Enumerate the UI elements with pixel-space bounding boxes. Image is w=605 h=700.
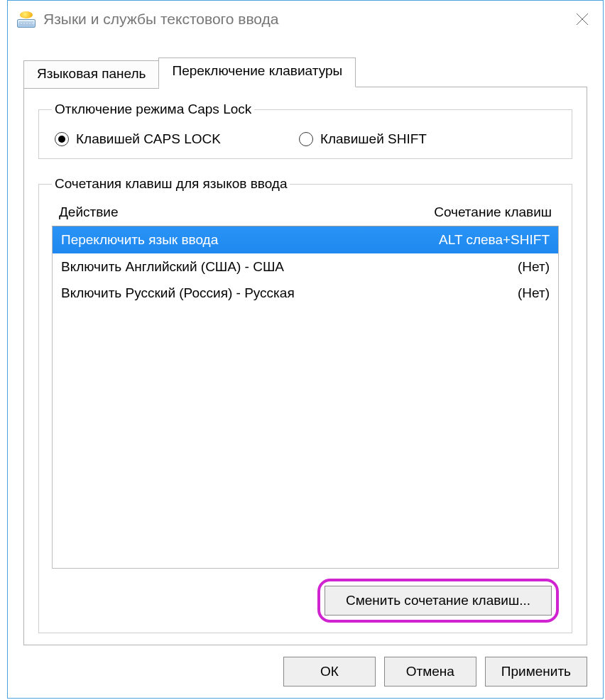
list-item[interactable]: Включить Английский (США) - США (Нет) <box>53 253 558 280</box>
radio-icon <box>299 132 313 146</box>
list-item-action: Включить Русский (Россия) - Русская <box>61 284 379 302</box>
ok-button[interactable]: ОК <box>283 657 376 687</box>
header-shortcut: Сочетание клавиш <box>381 204 552 220</box>
group-label: Отключение режима Caps Lock <box>52 102 254 117</box>
radio-shift-key[interactable]: Клавишей SHIFT <box>299 131 427 147</box>
list-header: Действие Сочетание клавиш <box>52 202 559 226</box>
radio-label: Клавишей CAPS LOCK <box>76 131 221 147</box>
list-item-shortcut: (Нет) <box>379 284 550 302</box>
tabstrip: Языковая панель Переключение клавиатуры <box>23 58 587 87</box>
radio-icon <box>55 132 69 146</box>
apply-button[interactable]: Применить <box>485 657 587 687</box>
list-item-action: Переключить язык ввода <box>61 231 379 249</box>
window-title: Языки и службы текстового ввода <box>43 11 566 28</box>
client-area: Языковая панель Переключение клавиатуры … <box>8 38 603 698</box>
shortcut-listbox[interactable]: Переключить язык ввода ALT слева+SHIFT В… <box>52 226 559 569</box>
change-shortcut-button[interactable]: Сменить сочетание клавиш... <box>325 586 552 616</box>
radio-capslock-key[interactable]: Клавишей CAPS LOCK <box>55 131 221 147</box>
below-list-row: Сменить сочетание клавиш... <box>52 579 559 623</box>
group-label: Сочетания клавиш для языков ввода <box>52 176 290 192</box>
tab-label: Переключение клавиатуры <box>172 63 342 78</box>
tab-label: Языковая панель <box>37 66 146 81</box>
titlebar: Языки и службы текстового ввода <box>8 1 603 38</box>
cancel-button[interactable]: Отмена <box>384 657 476 687</box>
tab-keyboard-switch[interactable]: Переключение клавиатуры <box>158 58 356 87</box>
app-icon <box>16 11 36 28</box>
group-capslock-off: Отключение режима Caps Lock Клавишей CAP… <box>38 102 572 159</box>
header-action: Действие <box>59 204 381 220</box>
dialog-window: Языки и службы текстового ввода Языковая… <box>7 0 604 699</box>
list-item-shortcut: (Нет) <box>379 258 550 276</box>
dialog-button-bar: ОК Отмена Применить <box>23 645 587 689</box>
list-item[interactable]: Включить Русский (Россия) - Русская (Нет… <box>53 280 558 307</box>
list-item[interactable]: Переключить язык ввода ALT слева+SHIFT <box>53 226 558 253</box>
group-input-shortcuts: Сочетания клавиш для языков ввода Действ… <box>38 176 572 633</box>
radio-label: Клавишей SHIFT <box>320 131 427 147</box>
list-item-shortcut: ALT слева+SHIFT <box>379 231 550 249</box>
list-item-action: Включить Английский (США) - США <box>61 258 379 276</box>
radio-row: Клавишей CAPS LOCK Клавишей SHIFT <box>52 127 559 147</box>
close-button[interactable] <box>566 3 599 35</box>
tab-language-panel[interactable]: Языковая панель <box>23 60 159 89</box>
tab-panel: Отключение режима Caps Lock Клавишей CAP… <box>23 87 587 645</box>
close-icon <box>576 13 589 26</box>
highlight-ring: Сменить сочетание клавиш... <box>317 579 559 623</box>
